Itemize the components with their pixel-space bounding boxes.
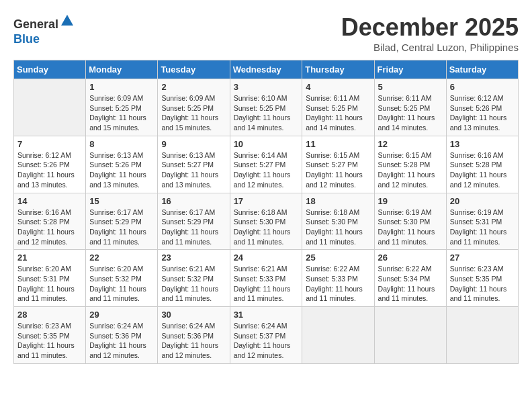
day-number: 11 [306,139,370,149]
day-number: 4 [306,82,370,92]
calendar-cell: 28Sunrise: 6:23 AM Sunset: 5:35 PM Dayli… [14,307,86,364]
cell-info: Sunrise: 6:24 AM Sunset: 5:36 PM Dayligh… [89,321,154,361]
location: Bilad, Central Luzon, Philippines [341,42,519,53]
month-title: December 2025 [341,13,519,42]
day-number: 21 [17,253,82,263]
calendar-cell: 20Sunrise: 6:19 AM Sunset: 5:31 PM Dayli… [446,193,518,250]
cell-info: Sunrise: 6:15 AM Sunset: 5:28 PM Dayligh… [378,150,443,190]
weekday-header-monday: Monday [86,60,158,79]
weekday-header-wednesday: Wednesday [230,60,302,79]
day-number: 1 [89,82,154,92]
cell-info: Sunrise: 6:13 AM Sunset: 5:26 PM Dayligh… [89,150,154,190]
calendar-cell: 15Sunrise: 6:17 AM Sunset: 5:29 PM Dayli… [86,193,158,250]
cell-info: Sunrise: 6:23 AM Sunset: 5:35 PM Dayligh… [450,264,515,304]
day-number: 28 [17,310,82,320]
cell-info: Sunrise: 6:24 AM Sunset: 5:37 PM Dayligh… [234,321,299,361]
calendar-cell: 17Sunrise: 6:18 AM Sunset: 5:30 PM Dayli… [230,193,302,250]
cell-info: Sunrise: 6:22 AM Sunset: 5:33 PM Dayligh… [306,264,370,304]
calendar-cell: 23Sunrise: 6:21 AM Sunset: 5:32 PM Dayli… [158,250,230,307]
calendar-cell: 16Sunrise: 6:17 AM Sunset: 5:29 PM Dayli… [158,193,230,250]
cell-info: Sunrise: 6:17 AM Sunset: 5:29 PM Dayligh… [161,208,226,247]
cell-info: Sunrise: 6:14 AM Sunset: 5:27 PM Dayligh… [234,150,299,190]
weekday-header-thursday: Thursday [302,60,374,79]
calendar-cell: 3Sunrise: 6:10 AM Sunset: 5:25 PM Daylig… [230,79,302,136]
day-number: 12 [378,139,443,149]
calendar-cell: 13Sunrise: 6:16 AM Sunset: 5:28 PM Dayli… [446,136,518,193]
calendar-cell: 29Sunrise: 6:24 AM Sunset: 5:36 PM Dayli… [86,307,158,364]
calendar-cell: 10Sunrise: 6:14 AM Sunset: 5:27 PM Dayli… [230,136,302,193]
cell-info: Sunrise: 6:24 AM Sunset: 5:36 PM Dayligh… [161,321,226,361]
cell-info: Sunrise: 6:09 AM Sunset: 5:25 PM Dayligh… [161,93,226,133]
weekday-header-friday: Friday [374,60,446,79]
calendar-cell: 12Sunrise: 6:15 AM Sunset: 5:28 PM Dayli… [374,136,446,193]
weekday-header-sunday: Sunday [14,60,86,79]
cell-info: Sunrise: 6:09 AM Sunset: 5:25 PM Dayligh… [89,93,154,133]
cell-info: Sunrise: 6:11 AM Sunset: 5:25 PM Dayligh… [378,93,443,133]
day-number: 20 [450,196,515,206]
cell-info: Sunrise: 6:15 AM Sunset: 5:27 PM Dayligh… [306,150,370,190]
cell-info: Sunrise: 6:11 AM Sunset: 5:25 PM Dayligh… [306,93,370,133]
calendar-cell: 27Sunrise: 6:23 AM Sunset: 5:35 PM Dayli… [446,250,518,307]
day-number: 5 [378,82,443,92]
page-header: General Blue December 2025 Bilad, Centra… [13,13,519,53]
cell-info: Sunrise: 6:12 AM Sunset: 5:26 PM Dayligh… [450,93,515,133]
day-number: 18 [306,196,370,206]
calendar-cell: 11Sunrise: 6:15 AM Sunset: 5:27 PM Dayli… [302,136,374,193]
day-number: 2 [161,82,226,92]
calendar-cell: 6Sunrise: 6:12 AM Sunset: 5:26 PM Daylig… [446,79,518,136]
cell-info: Sunrise: 6:19 AM Sunset: 5:31 PM Dayligh… [450,208,515,247]
cell-info: Sunrise: 6:20 AM Sunset: 5:32 PM Dayligh… [89,264,154,304]
calendar-cell: 25Sunrise: 6:22 AM Sunset: 5:33 PM Dayli… [302,250,374,307]
calendar-cell [302,307,374,364]
svg-marker-0 [61,15,73,26]
calendar-cell: 21Sunrise: 6:20 AM Sunset: 5:31 PM Dayli… [14,250,86,307]
calendar-cell: 18Sunrise: 6:18 AM Sunset: 5:30 PM Dayli… [302,193,374,250]
calendar-cell: 4Sunrise: 6:11 AM Sunset: 5:25 PM Daylig… [302,79,374,136]
calendar-cell: 1Sunrise: 6:09 AM Sunset: 5:25 PM Daylig… [86,79,158,136]
day-number: 27 [450,253,515,263]
calendar-cell: 19Sunrise: 6:19 AM Sunset: 5:30 PM Dayli… [374,193,446,250]
day-number: 8 [89,139,154,149]
calendar-cell: 14Sunrise: 6:16 AM Sunset: 5:28 PM Dayli… [14,193,86,250]
calendar-cell [446,307,518,364]
calendar-cell: 26Sunrise: 6:22 AM Sunset: 5:34 PM Dayli… [374,250,446,307]
day-number: 15 [89,196,154,206]
cell-info: Sunrise: 6:19 AM Sunset: 5:30 PM Dayligh… [378,208,443,247]
logo: General Blue [13,13,75,46]
day-number: 29 [89,310,154,320]
day-number: 10 [234,139,299,149]
calendar-cell: 7Sunrise: 6:12 AM Sunset: 5:26 PM Daylig… [14,136,86,193]
cell-info: Sunrise: 6:16 AM Sunset: 5:28 PM Dayligh… [17,208,82,247]
day-number: 24 [234,253,299,263]
day-number: 17 [234,196,299,206]
cell-info: Sunrise: 6:10 AM Sunset: 5:25 PM Dayligh… [234,93,299,133]
title-block: December 2025 Bilad, Central Luzon, Phil… [341,13,519,53]
cell-info: Sunrise: 6:12 AM Sunset: 5:26 PM Dayligh… [17,150,82,190]
day-number: 13 [450,139,515,149]
cell-info: Sunrise: 6:17 AM Sunset: 5:29 PM Dayligh… [89,208,154,247]
logo-blue: Blue [13,32,40,46]
day-number: 26 [378,253,443,263]
day-number: 3 [234,82,299,92]
day-number: 30 [161,310,226,320]
calendar-cell: 31Sunrise: 6:24 AM Sunset: 5:37 PM Dayli… [230,307,302,364]
calendar-cell: 22Sunrise: 6:20 AM Sunset: 5:32 PM Dayli… [86,250,158,307]
day-number: 14 [17,196,82,206]
cell-info: Sunrise: 6:23 AM Sunset: 5:35 PM Dayligh… [17,321,82,361]
cell-info: Sunrise: 6:18 AM Sunset: 5:30 PM Dayligh… [306,208,370,247]
cell-info: Sunrise: 6:18 AM Sunset: 5:30 PM Dayligh… [234,208,299,247]
weekday-header-saturday: Saturday [446,60,518,79]
calendar-cell [14,79,86,136]
day-number: 6 [450,82,515,92]
logo-general: General [13,17,58,31]
day-number: 31 [234,310,299,320]
cell-info: Sunrise: 6:21 AM Sunset: 5:33 PM Dayligh… [234,264,299,304]
day-number: 25 [306,253,370,263]
calendar-table: SundayMondayTuesdayWednesdayThursdayFrid… [13,60,519,364]
day-number: 22 [89,253,154,263]
cell-info: Sunrise: 6:21 AM Sunset: 5:32 PM Dayligh… [161,264,226,304]
day-number: 9 [161,139,226,149]
calendar-cell: 5Sunrise: 6:11 AM Sunset: 5:25 PM Daylig… [374,79,446,136]
cell-info: Sunrise: 6:20 AM Sunset: 5:31 PM Dayligh… [17,264,82,304]
day-number: 19 [378,196,443,206]
